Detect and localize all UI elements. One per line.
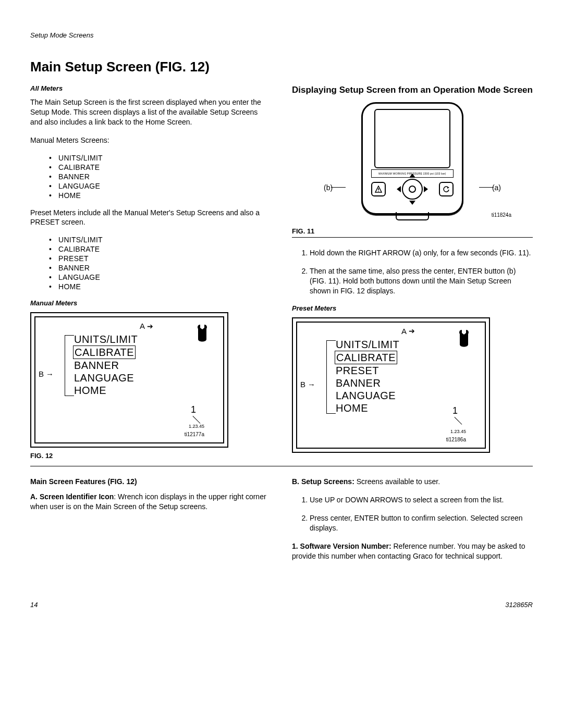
leader — [65, 335, 66, 396]
figure-12-preset: A➔ B→ UNITS/LIMITCALIBRATEPRESETBANNERLA… — [292, 317, 490, 453]
leader — [326, 340, 336, 341]
down-arrow-icon — [409, 201, 415, 205]
right-subheading: Displaying Setup Screen from an Operatio… — [292, 84, 533, 96]
page-title: Main Setup Screen (FIG. 12) — [30, 59, 533, 75]
leader — [331, 187, 346, 188]
preset-intro: Preset Meters include all the Manual Met… — [30, 208, 271, 228]
screen-inner: A➔ B→ UNITS/LIMITCALIBRATEBANNERLANGUAGE… — [34, 316, 224, 443]
menu-item: LANGUAGE — [73, 372, 135, 384]
menu-item: CALIBRATE — [335, 351, 397, 364]
use-steps: Use UP or DOWN ARROWS to select a screen… — [292, 495, 533, 533]
leader — [326, 340, 327, 413]
list-item: CALIBRATE — [49, 245, 271, 253]
callout-b: B→ — [39, 369, 54, 378]
menu-item: BANNER — [335, 377, 382, 389]
doc-number: 312865R — [505, 601, 533, 609]
menu-list-manual: UNITS/LIMITCALIBRATEBANNERLANGUAGEHOME — [72, 333, 207, 397]
menu-item: UNITS/LIMIT — [73, 333, 139, 346]
figure-11-device: MAXIMUM WORKING PRESSURE 1500 psi (103 b… — [334, 102, 491, 215]
menu-item: PRESET — [335, 364, 380, 377]
warning-button-icon — [371, 182, 386, 196]
leader — [65, 396, 74, 397]
image-id: ti11824a — [492, 212, 511, 218]
step-2: Then at the same time, also press the ce… — [310, 266, 533, 296]
all-meters-heading: All Meters — [30, 84, 271, 92]
list-item: BANNER — [49, 172, 271, 181]
right-arrow-icon — [424, 186, 428, 192]
right-column: Displaying Setup Screen from an Operatio… — [292, 84, 533, 460]
use-step-1: Use UP or DOWN ARROWS to select a screen… — [310, 495, 533, 505]
screen-inner: A➔ B→ UNITS/LIMITCALIBRATEPRESETBANNERLA… — [296, 322, 486, 449]
leader — [455, 417, 462, 425]
callout-a: A➔ — [140, 322, 153, 330]
h1-pre: Main Setup Screen (F — [30, 59, 168, 75]
left-arrow-icon — [397, 186, 401, 192]
callout-1: 1 — [452, 405, 458, 416]
menu-item: BANNER — [73, 359, 120, 372]
label-b: (b) — [324, 183, 333, 192]
menu-list-preset: UNITS/LIMITCALIBRATEPRESETBANNERLANGUAGE… — [334, 338, 469, 414]
leader — [193, 416, 201, 424]
menu-item: UNITS/LIMIT — [335, 338, 400, 351]
list-item: UNITS/LIMIT — [49, 236, 271, 244]
menu-item: HOME — [335, 402, 369, 414]
reset-button-icon — [439, 182, 454, 196]
callout-a: A➔ — [401, 327, 415, 336]
version-number: 1.23.45 — [450, 429, 466, 434]
steps-list: Hold down the RIGHT ARROW (a) only, for … — [292, 248, 533, 296]
callout-b: B→ — [300, 380, 315, 389]
nav-pad — [398, 175, 427, 204]
list-item: UNITS/LIMIT — [49, 154, 271, 162]
manual-list: UNITS/LIMIT CALIBRATE BANNER LANGUAGE HO… — [30, 154, 271, 200]
leader — [65, 335, 74, 336]
list-item: CALIBRATE — [49, 163, 271, 171]
list-item: BANNER — [49, 264, 271, 272]
device-foot — [396, 212, 429, 220]
menu-item: HOME — [73, 384, 107, 397]
running-head: Setup Mode Screens — [30, 31, 533, 39]
list-item: LANGUAGE — [49, 273, 271, 281]
preset-list: UNITS/LIMIT CALIBRATE PRESET BANNER LANG… — [30, 236, 271, 291]
figure-12-manual: A➔ B→ UNITS/LIMITCALIBRATEBANNERLANGUAGE… — [30, 312, 228, 448]
list-item: HOME — [49, 191, 271, 200]
intro-paragraph: The Main Setup Screen is the first scree… — [30, 97, 271, 127]
manual-meters-heading: Manual Meters — [30, 299, 271, 307]
svg-point-2 — [378, 191, 379, 192]
wrench-icon — [458, 329, 470, 350]
version-number: 1.23.45 — [189, 424, 204, 429]
h1-sc: IG — [168, 59, 182, 75]
callout-1: 1 — [191, 404, 196, 415]
list-item: LANGUAGE — [49, 182, 271, 190]
menu-item: CALIBRATE — [73, 346, 136, 359]
up-arrow-icon — [409, 174, 415, 178]
features-title: Main Screen Features (FIG. 12) — [30, 477, 271, 487]
feature-a: A. Screen Identifier Icon: Wrench icon d… — [30, 492, 271, 512]
page-number: 14 — [30, 601, 38, 609]
page-footer: 14 312865R — [30, 601, 533, 609]
features-row: Main Screen Features (FIG. 12) A. Screen… — [30, 477, 533, 569]
fig11-caption: FIG. 11 — [292, 227, 533, 235]
list-item: PRESET — [49, 254, 271, 263]
leader — [326, 413, 336, 414]
software-version-note: 1. Software Version Number: Reference nu… — [292, 541, 533, 561]
label-a: (a) — [492, 183, 501, 192]
image-id: ti12186a — [446, 437, 466, 442]
svg-marker-3 — [447, 187, 449, 189]
list-item: HOME — [49, 282, 271, 291]
divider — [30, 466, 533, 466]
h1-post: . 12) — [182, 59, 210, 75]
use-step-2: Press center, ENTER button to confirm se… — [310, 513, 533, 533]
feature-b: B. Setup Screens: Screens available to u… — [292, 477, 533, 487]
manual-screens-label: Manual Meters Screens: — [30, 135, 271, 145]
leader — [479, 187, 494, 188]
preset-meters-heading: Preset Meters — [292, 304, 533, 312]
left-column: All Meters The Main Setup Screen is the … — [30, 84, 271, 460]
divider — [292, 237, 533, 238]
image-id: ti12177a — [185, 431, 204, 437]
device-screen — [374, 109, 450, 168]
menu-item: LANGUAGE — [335, 389, 397, 402]
wrench-icon — [196, 324, 209, 344]
step-1: Hold down the RIGHT ARROW (a) only, for … — [310, 248, 533, 258]
fig12-caption: FIG. 12 — [30, 452, 271, 460]
